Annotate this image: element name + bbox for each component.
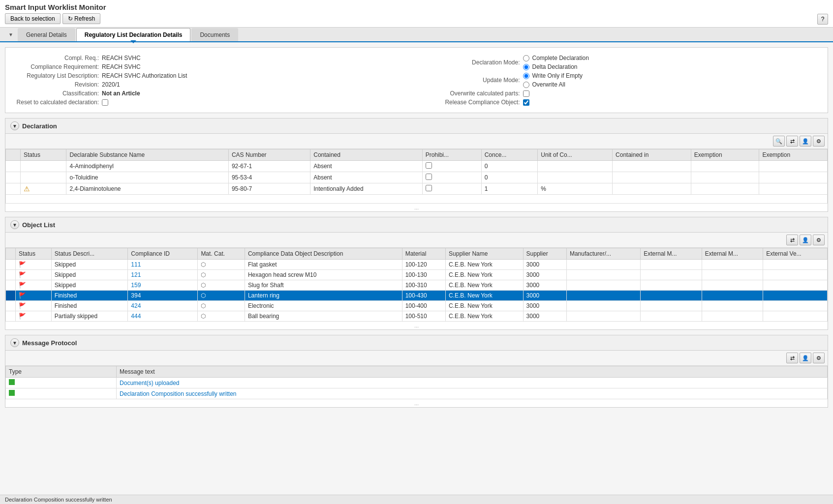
ol-row-description: Ball bearing [245, 311, 402, 322]
message-link[interactable]: Declaration Composition successfully wri… [120, 390, 236, 397]
revision-row: Revision: 2020/1 [15, 81, 412, 88]
ol-row-material: 100-430 [402, 291, 445, 301]
ol-row-mat-cat: ⬡ [198, 311, 245, 322]
decl-row-contained-in [613, 172, 691, 183]
decl-row-contained-in [613, 161, 691, 172]
ol-row-supplier: 3000 [523, 260, 566, 270]
flag-icon: 🚩 [19, 282, 26, 289]
ol-row-compliance-id[interactable]: 159 [128, 280, 198, 291]
decl-row-prohibi [422, 161, 481, 172]
ol-row-supplier-name: C.E.B. New York [446, 260, 524, 270]
mp-row-message: Document(s) uploaded [117, 378, 828, 388]
mat-cat-icon: ⬡ [201, 271, 206, 278]
objlist-settings-button[interactable]: ⚙ [813, 235, 825, 245]
msgprot-nav-button[interactable]: ⇄ [786, 353, 798, 363]
ol-row-compliance-id[interactable]: 121 [128, 270, 198, 280]
decl-row-conce: 1 [481, 183, 538, 195]
declaration-section-header[interactable]: ▼ Declaration [5, 119, 828, 134]
app-header: Smart Input Worklist Monitor Back to sel… [0, 0, 833, 28]
ol-row-compliance-id[interactable]: 444 [128, 311, 198, 322]
message-protocol-header[interactable]: ▼ Message Protocol [5, 335, 828, 351]
revision-label: Revision: [15, 81, 99, 88]
overwrite-all-radio[interactable] [523, 82, 529, 88]
object-list-toggle[interactable]: ▼ [10, 220, 19, 229]
tab-general-details[interactable]: General Details [18, 28, 75, 41]
ol-row-ext-m2 [702, 301, 763, 311]
declaration-zoom-button[interactable]: 🔍 [773, 136, 785, 147]
compl-req-row: Compl. Req.: REACH SVHC [15, 55, 412, 61]
ol-col-indicator [6, 248, 16, 260]
table-row: 4-Aminodiphenyl 92-67-1 Absent 0 [6, 161, 828, 172]
message-link[interactable]: Document(s) uploaded [120, 380, 179, 386]
decl-col-exemption1: Exemption [691, 149, 759, 161]
ol-row-mat-cat: ⬡ [198, 260, 245, 270]
tab-regulatory-list[interactable]: Regulatory List Declaration Details [76, 28, 191, 41]
declaration-table: Status Declarable Substance Name CAS Num… [5, 149, 828, 204]
classification-row: Classification: Not an Article [15, 90, 412, 97]
ol-row-supplier-name: C.E.B. New York [446, 311, 524, 322]
ol-row-status: 🚩 [16, 260, 52, 270]
ol-row-indicator [6, 270, 16, 280]
refresh-button[interactable]: ↻ Refresh [62, 13, 100, 24]
ol-row-supplier-name: C.E.B. New York [446, 291, 524, 301]
decl-row-prohibi [422, 183, 481, 195]
ol-row-status-desc: Skipped [51, 270, 127, 280]
reset-checkbox[interactable] [102, 99, 108, 106]
ol-row-compliance-id[interactable]: 424 [128, 301, 198, 311]
msgprot-settings-button[interactable]: ⚙ [813, 353, 825, 363]
objlist-person-button[interactable]: 👤 [800, 235, 811, 245]
delta-declaration-radio[interactable] [523, 64, 529, 70]
write-only-empty-radio[interactable] [523, 73, 529, 79]
release-obj-checkbox[interactable] [523, 99, 529, 106]
tab-documents[interactable]: Documents [191, 28, 238, 41]
mat-cat-icon: ⬡ [201, 261, 206, 268]
decl-row-name: 4-Aminodiphenyl [66, 161, 228, 172]
decl-row-status: ⚠ [21, 183, 66, 195]
ol-row-mat-cat: ⬡ [198, 280, 245, 291]
decl-row-unit [538, 161, 613, 172]
ol-row-ext-ve [763, 301, 828, 311]
delta-declaration-option[interactable]: Delta Declaration [523, 63, 589, 70]
decl-col-conce: Conce... [481, 149, 538, 161]
ol-row-manufacturer [566, 301, 640, 311]
ol-col-material: Material [402, 248, 445, 260]
declaration-settings-button[interactable]: ⚙ [813, 136, 825, 147]
declaration-nav-button[interactable]: ⇄ [786, 136, 798, 147]
decl-row-copy [6, 172, 21, 183]
ol-col-supplier-name: Supplier Name [446, 248, 524, 260]
ol-row-ext-m1 [641, 301, 702, 311]
ol-row-status: 🚩 [16, 291, 52, 301]
ol-row-compliance-id[interactable]: 394 [128, 291, 198, 301]
ol-col-compliance-id: Compliance ID [128, 248, 198, 260]
ol-row-compliance-id[interactable]: 111 [128, 260, 198, 270]
table-row: 🚩 Partially skipped 444 ⬡ Ball bearing 1… [6, 311, 828, 322]
ol-row-manufacturer [566, 260, 640, 270]
mp-row-type [6, 388, 117, 399]
ol-row-ext-m2 [702, 311, 763, 322]
message-protocol-title: Message Protocol [22, 339, 77, 347]
back-to-selection-button[interactable]: Back to selection [5, 13, 61, 24]
decl-row-copy [6, 183, 21, 195]
help-button[interactable]: ? [817, 14, 828, 25]
ol-row-ext-ve [763, 270, 828, 280]
objlist-nav-button[interactable]: ⇄ [786, 235, 798, 245]
overwrite-calc-checkbox[interactable] [523, 90, 529, 97]
ol-row-indicator [6, 311, 16, 322]
overwrite-calc-label: Overwrite calculated parts: [422, 90, 520, 97]
ol-row-ext-m1 [641, 260, 702, 270]
msgprot-person-button[interactable]: 👤 [800, 353, 811, 363]
revision-value: 2020/1 [102, 81, 120, 88]
objlist-scroll-more: ... [5, 322, 828, 329]
complete-declaration-radio[interactable] [523, 55, 529, 61]
update-mode-label: Update Mode: [422, 77, 520, 84]
tab-dropdown-button[interactable]: ▼ [5, 28, 17, 41]
overwrite-all-option[interactable]: Overwrite All [523, 81, 583, 88]
declaration-person-button[interactable]: 👤 [800, 136, 811, 147]
complete-declaration-option[interactable]: Complete Declaration [523, 55, 589, 61]
ol-row-supplier: 3000 [523, 280, 566, 291]
object-list-header[interactable]: ▼ Object List [5, 217, 828, 233]
declaration-toggle[interactable]: ▼ [10, 121, 19, 130]
write-only-empty-option[interactable]: Write Only if Empty [523, 72, 583, 79]
ol-row-mat-cat: ⬡ [198, 270, 245, 280]
message-protocol-toggle[interactable]: ▼ [10, 338, 19, 347]
